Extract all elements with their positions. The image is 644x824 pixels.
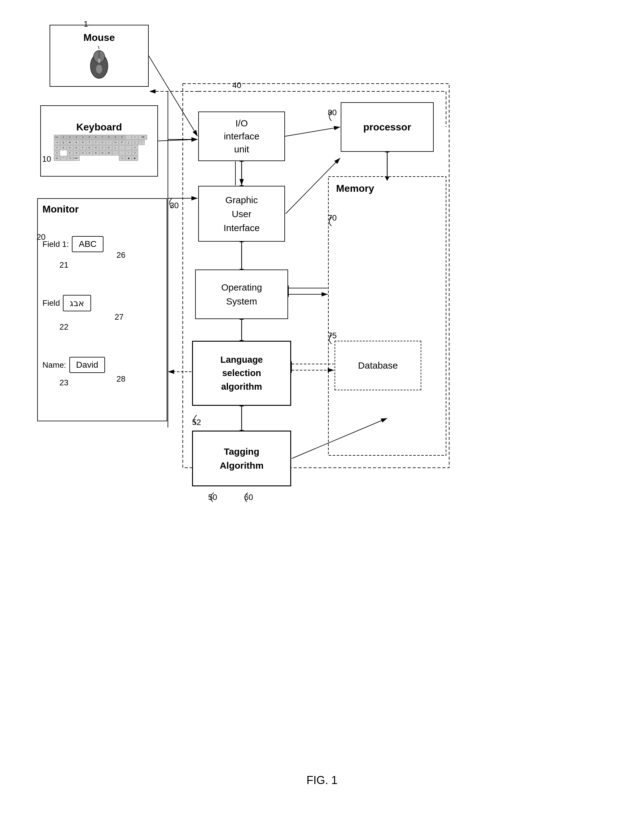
svg-line-6	[158, 139, 198, 141]
monitor-label: Monitor	[42, 203, 162, 215]
field2-value-box: אבג	[63, 295, 91, 311]
processor-label: processor	[363, 121, 411, 133]
ref-21: 21	[60, 260, 68, 270]
field3-label: Name:	[42, 360, 66, 370]
keyboard-icon: esc1234567890-=⌫ ⇥QWERTYUIOP[]\ ⇪ASDFGHJ…	[54, 135, 144, 161]
field2-label: Field	[42, 298, 60, 308]
gui-box: Graphic User Interface	[198, 186, 285, 241]
mouse-box: Mouse	[49, 25, 149, 87]
svg-line-19	[286, 158, 340, 214]
os-label: OperatingSystem	[221, 280, 262, 308]
ref-20: 20	[37, 232, 46, 242]
ref-22: 22	[60, 322, 68, 332]
svg-point-43	[96, 65, 102, 74]
mouse-icon	[88, 46, 110, 80]
field2-value: אבג	[70, 298, 84, 308]
ref-80: 80	[328, 108, 337, 117]
ref-50: 50	[208, 492, 217, 502]
database-box: Database	[335, 341, 421, 390]
ref-40: 40	[232, 80, 241, 90]
svg-line-35	[292, 418, 387, 458]
keyboard-label: Keyboard	[76, 121, 122, 133]
ref-28: 28	[117, 374, 126, 384]
ref-23: 23	[60, 378, 68, 387]
os-box: OperatingSystem	[195, 269, 288, 319]
field1-label: Field 1:	[42, 240, 69, 249]
field1-value: ABC	[79, 239, 97, 249]
ref-27: 27	[115, 312, 124, 322]
io-interface-box: I/Ointerfaceunit	[198, 112, 285, 161]
memory-label: Memory	[336, 183, 374, 194]
ref-10: 10	[42, 154, 51, 164]
svg-rect-4	[328, 177, 446, 455]
ref-30: 30	[170, 201, 179, 210]
monitor-box: Monitor Field 1: ABC Field אבג Name:	[37, 198, 167, 421]
ref-1: 1	[84, 19, 88, 29]
ref-60: 60	[244, 492, 253, 502]
field3-value: David	[76, 360, 98, 370]
lang-algo-label: Languageselectionalgorithm	[221, 353, 263, 394]
database-label: Database	[358, 360, 398, 371]
field1-value-box: ABC	[72, 236, 103, 252]
ref-52: 52	[192, 418, 201, 427]
diagram-container: Mouse Keyboard esc1234567890-=⌫ ⇥	[0, 0, 644, 824]
io-label: I/Ointerfaceunit	[224, 117, 259, 156]
ref-75: 75	[328, 331, 337, 340]
svg-point-44	[98, 58, 101, 63]
tagging-algo-label: TaggingAlgorithm	[220, 444, 264, 472]
svg-line-10	[285, 127, 340, 136]
field3-value-box: David	[69, 357, 105, 373]
keyboard-box: Keyboard esc1234567890-=⌫ ⇥QWERTYUIOP[]\…	[40, 105, 158, 177]
processor-box: processor	[341, 102, 433, 152]
svg-marker-22	[385, 177, 389, 181]
figure-label: FIG. 1	[306, 774, 337, 787]
tagging-algo-box: TaggingAlgorithm	[192, 430, 291, 486]
mouse-label: Mouse	[83, 32, 115, 43]
lang-algo-box: Languageselectionalgorithm	[192, 341, 291, 406]
gui-label: Graphic User Interface	[224, 193, 260, 235]
ref-26: 26	[117, 250, 126, 260]
ref-70: 70	[328, 213, 337, 223]
